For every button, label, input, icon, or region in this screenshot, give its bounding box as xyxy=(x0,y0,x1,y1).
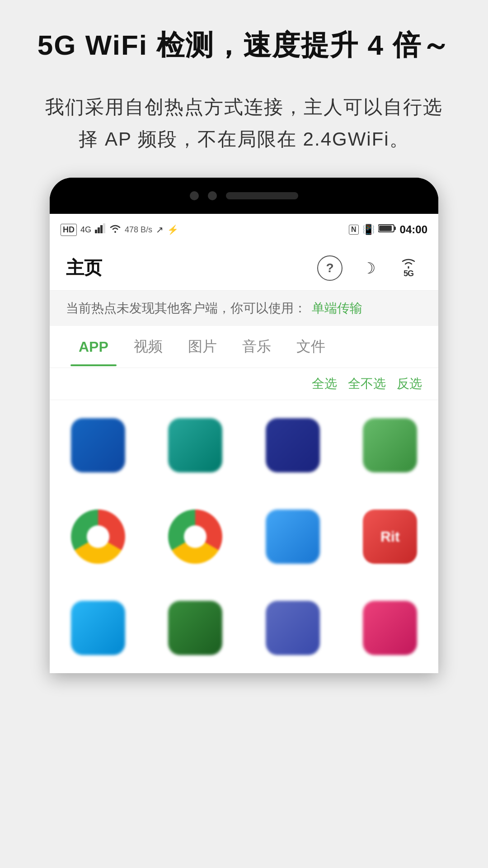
status-left: HD 4G xyxy=(61,223,178,236)
app-grid: Rit xyxy=(50,400,438,673)
tab-video[interactable]: 视频 xyxy=(121,326,175,368)
app-icon-4 xyxy=(363,418,417,472)
app-icon-11 xyxy=(266,601,320,655)
direction-icon: ↗ xyxy=(156,224,164,235)
svg-rect-0 xyxy=(95,230,97,233)
app-cell-10[interactable] xyxy=(147,583,244,673)
speaker-bar xyxy=(226,192,298,199)
help-button[interactable]: ? xyxy=(317,255,343,281)
app-cell-12[interactable] xyxy=(342,583,439,673)
wifi-icon xyxy=(109,224,121,236)
app-icon-12 xyxy=(363,601,417,655)
app-icon-rit: Rit xyxy=(363,509,417,564)
svg-rect-2 xyxy=(100,225,103,233)
question-icon: ? xyxy=(326,261,333,275)
page-container: 5G WiFi 检测，速度提升 4 倍～ 我们采用自创热点方式连接，主人可以自行… xyxy=(0,0,488,868)
main-title: 5G WiFi 检测，速度提升 4 倍～ xyxy=(27,27,461,64)
wifi-5g-button[interactable]: 5G xyxy=(395,255,422,282)
camera-dot-2 xyxy=(208,191,217,200)
app-icon-7 xyxy=(266,509,320,564)
tab-app[interactable]: APP xyxy=(66,328,121,366)
vibrate-icon: 📳 xyxy=(362,224,375,236)
app-icon-10 xyxy=(168,601,222,655)
app-cell-11[interactable] xyxy=(244,583,341,673)
select-all-button[interactable]: 全选 xyxy=(312,375,337,392)
desc-section: 我们采用自创热点方式连接，主人可以自行选择 AP 频段，不在局限在 2.4GWi… xyxy=(0,73,488,178)
speed-text: 478 B/s xyxy=(125,225,152,235)
camera-dot xyxy=(190,191,199,200)
app-cell-2[interactable] xyxy=(147,400,244,491)
selection-bar: 全选 全不选 反选 xyxy=(50,368,438,400)
status-bar: HD 4G xyxy=(50,214,438,245)
svg-rect-3 xyxy=(103,223,105,233)
header-title: 主页 xyxy=(66,255,102,280)
deselect-all-button[interactable]: 全不选 xyxy=(348,375,386,392)
status-hd: HD xyxy=(61,224,77,236)
title-section: 5G WiFi 检测，速度提升 4 倍～ xyxy=(0,0,488,73)
time-display: 04:00 xyxy=(400,223,427,236)
tab-file[interactable]: 文件 xyxy=(284,326,338,368)
nfc-icon: N xyxy=(349,225,359,235)
wifi-5g-icon: 5G xyxy=(401,257,416,278)
app-icon-9 xyxy=(71,601,125,655)
app-icon-1 xyxy=(71,418,125,472)
svg-rect-6 xyxy=(379,226,392,231)
app-header: 主页 ? ☽ xyxy=(50,245,438,291)
phone-top-bar xyxy=(50,178,438,214)
battery-icon xyxy=(378,223,396,236)
phone-screen: HD 4G xyxy=(50,214,438,673)
app-cell-9[interactable] xyxy=(50,583,146,673)
tab-bar: APP 视频 图片 音乐 文件 xyxy=(50,326,438,368)
svg-rect-1 xyxy=(98,227,100,233)
status-right: N 📳 04:00 xyxy=(349,223,427,236)
app-cell-5[interactable] xyxy=(50,491,146,582)
app-icon-2 xyxy=(168,418,222,472)
usb-icon: ⚡ xyxy=(167,224,178,235)
app-icon-chrome1 xyxy=(71,509,125,564)
signal-icon xyxy=(95,223,106,236)
app-icon-3 xyxy=(266,418,320,472)
moon-icon: ☽ xyxy=(362,259,375,277)
tab-photo[interactable]: 图片 xyxy=(175,326,230,368)
app-icon-chrome2 xyxy=(168,509,222,564)
info-banner: 当前热点未发现其他客户端，你可以使用： 单端传输 xyxy=(50,291,438,326)
app-cell-1[interactable] xyxy=(50,400,146,491)
info-banner-text: 当前热点未发现其他客户端，你可以使用： xyxy=(66,300,306,317)
invert-select-button[interactable]: 反选 xyxy=(397,375,422,392)
app-cell-8[interactable]: Rit xyxy=(342,491,439,582)
desc-text: 我们采用自创热点方式连接，主人可以自行选择 AP 频段，不在局限在 2.4GWi… xyxy=(36,91,452,156)
dark-mode-button[interactable]: ☽ xyxy=(355,255,382,282)
app-cell-4[interactable] xyxy=(342,400,439,491)
tab-music[interactable]: 音乐 xyxy=(230,326,284,368)
single-transfer-link[interactable]: 单端传输 xyxy=(312,300,362,317)
app-cell-3[interactable] xyxy=(244,400,341,491)
app-cell-6[interactable] xyxy=(147,491,244,582)
app-cell-7[interactable] xyxy=(244,491,341,582)
rit-label: Rit xyxy=(380,528,400,545)
header-icons: ? ☽ 5G xyxy=(317,255,422,282)
svg-rect-5 xyxy=(394,226,396,230)
phone-mockup: HD 4G xyxy=(50,178,438,673)
status-46: 4G xyxy=(80,225,91,235)
